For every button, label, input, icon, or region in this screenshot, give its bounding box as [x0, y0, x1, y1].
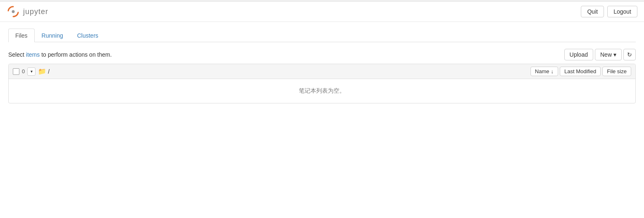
- header-left: 0 ▾ 📁 /: [13, 67, 530, 76]
- main-content: Files Running Clusters Select items to p…: [0, 22, 644, 110]
- select-items-link[interactable]: items: [26, 51, 41, 58]
- select-all-checkbox[interactable]: [13, 68, 19, 75]
- select-dropdown-button[interactable]: ▾: [27, 67, 36, 76]
- navbar: jupyter Quit Logout: [0, 2, 644, 22]
- refresh-icon: ↻: [627, 51, 632, 58]
- folder-icon: 📁: [38, 67, 46, 75]
- action-buttons: Upload New ▾ ↻: [564, 49, 636, 60]
- refresh-button[interactable]: ↻: [623, 49, 636, 60]
- svg-point-0: [12, 10, 15, 13]
- new-button[interactable]: New ▾: [595, 49, 622, 60]
- brand: jupyter: [7, 5, 48, 18]
- toolbar-row: Select items to perform actions on them.…: [8, 49, 636, 60]
- navbar-buttons: Quit Logout: [581, 6, 637, 17]
- sort-last-modified-button[interactable]: Last Modified: [560, 67, 601, 76]
- sort-name-button[interactable]: Name ↓: [530, 67, 558, 76]
- sort-file-size-button[interactable]: File size: [602, 67, 631, 76]
- upload-button[interactable]: Upload: [564, 49, 593, 60]
- empty-message: 笔记本列表为空。: [9, 79, 635, 103]
- sort-down-arrow-icon: ↓: [551, 68, 554, 74]
- tab-files[interactable]: Files: [8, 29, 35, 42]
- logout-button[interactable]: Logout: [607, 6, 637, 17]
- header-right: Name ↓ Last Modified File size: [530, 67, 631, 76]
- dropdown-chevron-icon: ▾: [31, 69, 33, 74]
- folder-path: 📁 /: [38, 67, 50, 75]
- jupyter-logo-icon: [7, 5, 20, 18]
- file-list-container: 0 ▾ 📁 / Name ↓ Last Modified File size 笔…: [8, 64, 636, 103]
- tab-running[interactable]: Running: [35, 29, 70, 42]
- brand-name: jupyter: [23, 7, 48, 16]
- select-message: Select items to perform actions on them.: [8, 51, 112, 58]
- quit-button[interactable]: Quit: [581, 6, 604, 17]
- new-dropdown-arrow-icon: ▾: [613, 51, 616, 58]
- tab-clusters[interactable]: Clusters: [70, 29, 105, 42]
- item-count-badge: 0: [22, 68, 25, 74]
- file-list-header: 0 ▾ 📁 / Name ↓ Last Modified File size: [9, 64, 635, 79]
- tabs-bar: Files Running Clusters: [8, 29, 636, 42]
